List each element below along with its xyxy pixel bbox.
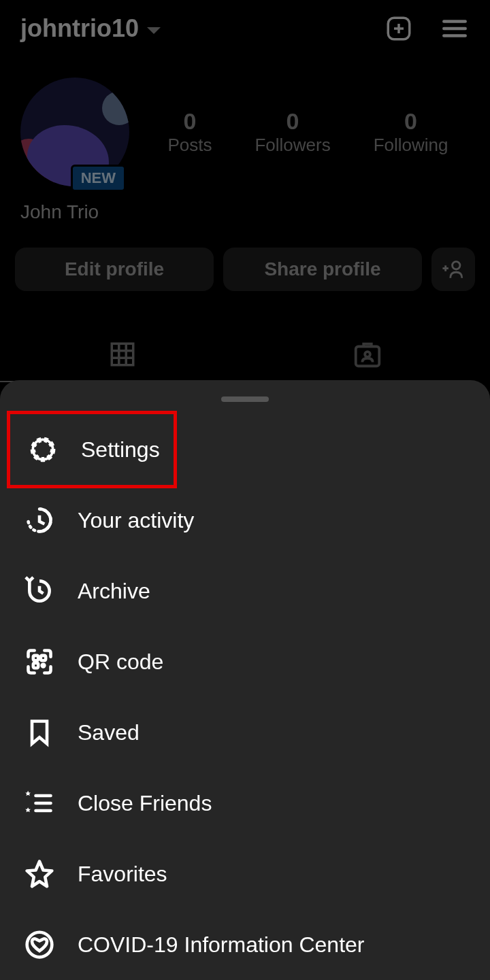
create-post-icon[interactable] [384, 14, 414, 44]
menu-label: COVID-19 Information Center [78, 932, 365, 958]
profile-tabs [0, 328, 490, 382]
menu-item-activity[interactable]: Your activity [0, 485, 490, 556]
menu-label: QR code [78, 649, 163, 675]
chevron-down-icon[interactable] [147, 27, 161, 34]
menu-item-close-friends[interactable]: Close Friends [0, 768, 490, 839]
svg-rect-9 [112, 343, 133, 365]
stat-label: Followers [255, 135, 330, 156]
menu-item-archive[interactable]: Archive [0, 556, 490, 626]
avatar-wrap: NEW [20, 78, 133, 186]
profile-stats: 0 Posts 0 Followers 0 Following [133, 108, 470, 156]
svg-rect-20 [33, 663, 38, 668]
menu-label: Settings [81, 437, 160, 462]
menu-label: Close Friends [78, 791, 212, 816]
archive-icon [23, 575, 56, 607]
menu-label: Your activity [78, 508, 194, 533]
tab-tagged[interactable] [245, 328, 490, 382]
gear-icon [27, 433, 59, 466]
menu-label: Archive [78, 579, 150, 604]
qr-icon [23, 645, 56, 678]
menu-item-qr[interactable]: QR code [0, 626, 490, 697]
svg-point-21 [42, 664, 45, 667]
star-icon [23, 858, 56, 890]
profile-action-row: Edit profile Share profile [0, 223, 490, 291]
svg-rect-18 [33, 656, 38, 660]
stat-label: Posts [167, 135, 212, 156]
svg-point-6 [453, 262, 460, 269]
menu-item-settings[interactable]: Settings [7, 411, 177, 488]
menu-item-covid[interactable]: COVID-19 Information Center [0, 909, 490, 980]
list-star-icon [23, 787, 56, 820]
tab-grid[interactable] [0, 328, 245, 382]
menu-icon[interactable] [440, 14, 470, 44]
add-user-button[interactable] [431, 248, 475, 291]
activity-icon [23, 504, 56, 537]
svg-rect-19 [41, 656, 46, 660]
stat-label: Following [374, 135, 448, 156]
username-label[interactable]: johntrio10 [20, 14, 139, 43]
stat-followers[interactable]: 0 Followers [255, 108, 330, 156]
bookmark-icon [23, 716, 56, 749]
stat-count: 0 [287, 108, 299, 135]
profile-summary: NEW 0 Posts 0 Followers 0 Following [0, 57, 490, 193]
svg-point-25 [27, 932, 52, 958]
menu-label: Saved [78, 720, 140, 745]
display-name: John Trio [0, 193, 490, 223]
menu-item-favorites[interactable]: Favorites [0, 839, 490, 909]
stat-posts[interactable]: 0 Posts [167, 108, 212, 156]
stat-count: 0 [184, 108, 197, 135]
stat-count: 0 [404, 108, 417, 135]
menu-item-saved[interactable]: Saved [0, 697, 490, 768]
menu-label: Favorites [78, 862, 167, 887]
sheet-grabber[interactable] [221, 396, 269, 402]
stat-following[interactable]: 0 Following [374, 108, 448, 156]
profile-header: johntrio10 [0, 0, 490, 57]
heart-circle-icon [23, 928, 56, 961]
options-sheet: Settings Your activity Archive [0, 380, 490, 980]
new-badge: NEW [71, 165, 126, 192]
svg-point-15 [365, 352, 370, 357]
share-profile-button[interactable]: Share profile [223, 248, 422, 291]
edit-profile-button[interactable]: Edit profile [15, 248, 214, 291]
